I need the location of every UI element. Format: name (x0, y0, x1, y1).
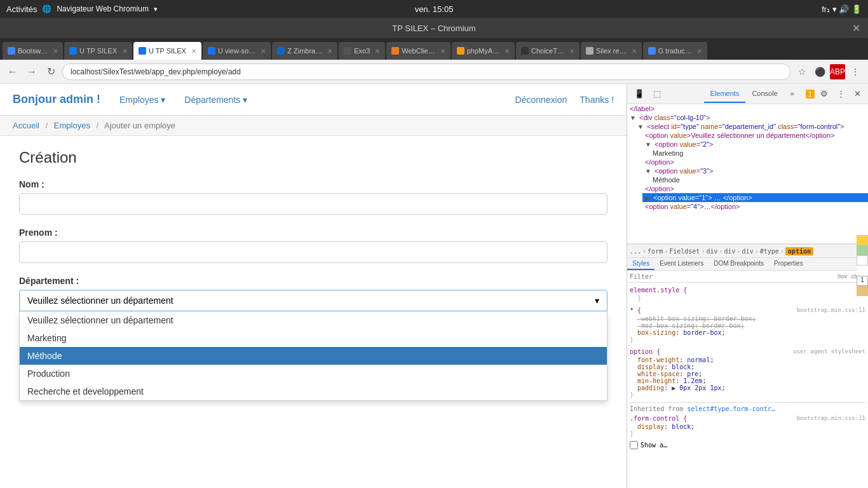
html-line-8: Méthode (650, 175, 868, 184)
dt-bc-div3[interactable]: div (742, 248, 754, 255)
html-line-1[interactable]: ▼ <div class="col-lg-10"> (627, 113, 868, 122)
styles-tab-event[interactable]: Event Listeners (654, 258, 709, 270)
form-group-prenom: Prenom : (19, 227, 607, 263)
prenom-input[interactable] (19, 241, 607, 263)
option-placeholder[interactable]: Veuillez sélectionner un département (20, 311, 607, 329)
tab-10[interactable]: G traduc… ✕ (643, 42, 707, 60)
box-model-bands: 1 (857, 235, 868, 296)
tab-close-10[interactable]: ✕ (697, 48, 702, 55)
tab-0[interactable]: Bootsw… ✕ (3, 42, 63, 60)
show-all-checkbox[interactable] (630, 441, 638, 449)
dt-bc-fieldset[interactable]: Fieldset (669, 248, 700, 255)
form-title: Création (19, 149, 607, 166)
select-value: Veuillez sélectionner un département (27, 295, 173, 306)
dt-bc-div1[interactable]: div (706, 248, 717, 255)
band-orange (857, 286, 868, 296)
tab-close-7[interactable]: ✕ (505, 48, 510, 55)
tab-close-2[interactable]: ✕ (191, 48, 196, 55)
html-line-6[interactable]: </option> (642, 158, 868, 166)
tab-3[interactable]: U view-so… ✕ (203, 42, 271, 60)
breadcrumb-accueil[interactable]: Accueil (13, 121, 39, 130)
band-green (857, 245, 868, 255)
activities-label[interactable]: Activités (6, 4, 37, 14)
tab-9[interactable]: Silex re… ✕ (581, 42, 642, 60)
address-bar: ← → ↻ ☆ ⚫ ABP ⋮ (0, 60, 868, 84)
tab-8[interactable]: ChoiceT… ✕ (516, 42, 580, 60)
back-button[interactable]: ← (5, 64, 20, 79)
tab-7[interactable]: phpMyA… ✕ (452, 42, 515, 60)
tab-favicon-2 (139, 47, 146, 55)
tab-6[interactable]: WebClie… ✕ (386, 42, 450, 60)
tab-close-4[interactable]: ✕ (327, 48, 332, 55)
devtools-tab-elements[interactable]: Elements (704, 85, 746, 103)
devtools-tab-more[interactable]: » (784, 85, 801, 103)
tab-favicon-10 (648, 47, 656, 55)
html-line-10[interactable]: ▶ <option value="1"> … </option> (642, 193, 868, 202)
tab-favicon-9 (586, 47, 593, 55)
html-line-7[interactable]: ▼ <option value="3"> (642, 166, 868, 175)
browser-name: Navigateur Web Chromium (57, 4, 149, 13)
styles-tab-dom[interactable]: DOM Breakpoints (709, 258, 769, 270)
option-methode[interactable]: Méthode (20, 347, 607, 365)
html-line-11[interactable]: <option value="4">…</option> (642, 202, 868, 211)
devtools-device-btn[interactable]: 📱 (631, 88, 648, 100)
html-line-2[interactable]: ▼ <select id="type" name="departement_id… (635, 122, 868, 131)
html-line-4[interactable]: ▼ <option value="2"> (642, 140, 868, 149)
address-input[interactable] (62, 64, 790, 80)
tab-4[interactable]: Z Zimbra… ✕ (272, 42, 337, 60)
navbar-brand[interactable]: Bonjour admin ! (13, 93, 100, 106)
menu-icon[interactable]: ⋮ (848, 64, 863, 79)
tab-close-5[interactable]: ✕ (375, 48, 380, 55)
dt-bc-type[interactable]: #type (760, 248, 779, 255)
style-rule-option: option { user agent stylesheet font-weig… (630, 347, 865, 400)
styles-tab-properties[interactable]: Properties (769, 258, 808, 270)
tab-favicon-8 (521, 47, 529, 55)
devtools-tab-console[interactable]: Console (745, 85, 783, 103)
dt-bc-option[interactable]: option (785, 247, 813, 255)
html-line-3[interactable]: <option value>Veuillez sélectionner un d… (642, 131, 868, 140)
tab-close-8[interactable]: ✕ (569, 48, 574, 55)
select-arrow-icon: ▾ (595, 295, 599, 306)
style-rule-form-control: .form-control { bootstrap.min.css:11 dis… (630, 414, 865, 438)
browser-close-button[interactable]: ✕ (852, 22, 860, 34)
devtools-settings-btn[interactable]: ⚙ (817, 88, 831, 100)
devtools-more-btn[interactable]: ⋮ (834, 88, 848, 100)
dt-bc-div2[interactable]: div (724, 248, 736, 255)
extension-icon[interactable]: ABP (830, 64, 845, 79)
dt-bc-form[interactable]: form (648, 248, 663, 255)
browser-dropdown-icon[interactable]: ▾ (154, 5, 158, 13)
dt-bc-dots[interactable]: ... (630, 248, 641, 255)
option-production[interactable]: Production (20, 365, 607, 383)
option-marketing[interactable]: Marketing (20, 329, 607, 347)
reload-button[interactable]: ↻ (43, 64, 58, 79)
band-white (857, 255, 868, 266)
nom-input[interactable] (19, 193, 607, 215)
devtools-inspect-btn[interactable]: ⬚ (650, 88, 664, 100)
html-line-0[interactable]: </label> (627, 104, 868, 113)
tab-close-0[interactable]: ✕ (53, 48, 58, 55)
tab-close-1[interactable]: ✕ (122, 48, 127, 55)
tab-close-3[interactable]: ✕ (261, 48, 266, 55)
departement-select[interactable]: Veuillez sélectionner un département ▾ (19, 290, 607, 311)
styles-tab-styles[interactable]: Styles (627, 258, 654, 270)
navbar-employes[interactable]: Employes ▾ (119, 95, 165, 105)
navbar-thanks[interactable]: Thanks ! (580, 95, 614, 105)
forward-button[interactable]: → (24, 64, 39, 79)
tab-label-0: Bootsw… (18, 47, 48, 55)
tab-5[interactable]: Exo3 ✕ (339, 42, 385, 60)
opera-icon[interactable]: ⚫ (812, 64, 827, 79)
styles-filter-input[interactable] (630, 273, 834, 280)
navbar-departements[interactable]: Départements ▾ (184, 95, 247, 105)
tab-close-6[interactable]: ✕ (440, 48, 445, 55)
bookmark-icon[interactable]: ☆ (794, 64, 810, 79)
navbar-deconnexion[interactable]: Déconnexion (515, 95, 567, 105)
option-recherche[interactable]: Recherche et developpement (20, 383, 607, 400)
tab-1[interactable]: U TP SILEX ✕ (64, 42, 132, 60)
tab-2[interactable]: U TP SILEX ✕ (133, 42, 201, 60)
styles-filter-pseudo[interactable]: :hov (836, 273, 847, 280)
tab-bar: Bootsw… ✕ U TP SILEX ✕ U TP SILEX ✕ U vi… (0, 38, 868, 60)
tab-close-9[interactable]: ✕ (632, 48, 637, 55)
devtools-close-btn[interactable]: ✕ (851, 88, 864, 100)
html-line-9[interactable]: </option> (642, 184, 868, 193)
breadcrumb-employes[interactable]: Employes (54, 121, 90, 130)
